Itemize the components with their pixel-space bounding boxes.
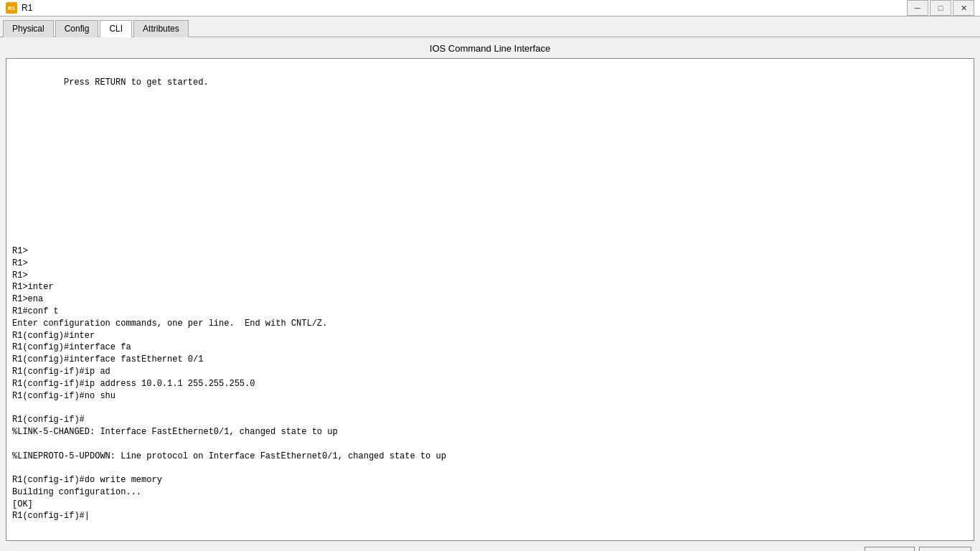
tab-cli[interactable]: CLI — [100, 20, 132, 37]
tab-physical[interactable]: Physical — [3, 20, 54, 37]
tab-config[interactable]: Config — [55, 20, 99, 37]
cli-title: IOS Command Line Interface — [6, 43, 974, 54]
window-title: R1 — [22, 3, 907, 13]
maximize-button[interactable]: □ — [930, 0, 951, 16]
terminal-scroll[interactable]: Press RETURN to get started. R1> R1> R1>… — [6, 59, 974, 540]
paste-button[interactable]: Paste — [919, 547, 971, 551]
terminal-content: Press RETURN to get started. R1> R1> R1>… — [12, 65, 968, 534]
window-controls: ─ □ ✕ — [907, 0, 974, 16]
main-window: R1 R1 ─ □ ✕ Physical Config CLI Attribut… — [0, 0, 980, 551]
minimize-button[interactable]: ─ — [907, 0, 928, 16]
tab-bar: Physical Config CLI Attributes — [0, 17, 980, 37]
main-content: IOS Command Line Interface Press RETURN … — [0, 37, 980, 551]
app-icon: R1 — [6, 2, 17, 14]
terminal-wrapper: Press RETURN to get started. R1> R1> R1>… — [6, 58, 974, 541]
copy-button[interactable]: Copy — [864, 547, 915, 551]
cursor — [85, 511, 90, 521]
close-button[interactable]: ✕ — [953, 0, 974, 16]
tab-attributes[interactable]: Attributes — [133, 20, 189, 37]
buttons-row: Copy Paste — [6, 541, 974, 551]
title-bar: R1 R1 ─ □ ✕ — [0, 0, 980, 17]
